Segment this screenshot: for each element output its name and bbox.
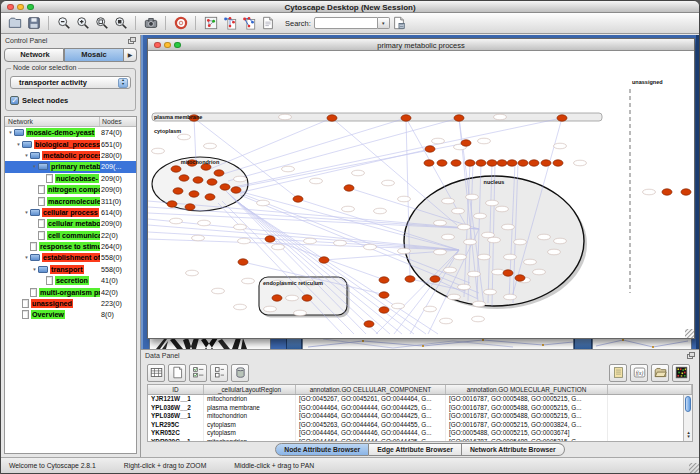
network-node[interactable]	[214, 170, 224, 176]
zoom-in-icon[interactable]	[74, 15, 91, 32]
tree-row-nitrogen-compo[interactable]: nitrogen compo209(0)	[5, 184, 136, 195]
network-node[interactable]	[231, 187, 241, 193]
zoom-fit-icon[interactable]	[93, 15, 110, 32]
network-node[interactable]	[171, 166, 181, 172]
network-node[interactable]	[379, 277, 389, 283]
network-node[interactable]	[364, 321, 374, 327]
tree-row-cell-communicat[interactable]: cell communicat22(0)	[5, 230, 136, 241]
network-node[interactable]	[515, 275, 525, 281]
tab-overflow-arrow[interactable]: ▶	[124, 48, 137, 62]
network-canvas[interactable]: plasma membranecytoplasmmitochondrionnuc…	[148, 51, 694, 338]
tab-network[interactable]: Network	[4, 48, 64, 62]
network-node[interactable]	[518, 160, 528, 166]
float-data-panel-icon[interactable]	[687, 352, 695, 359]
tree-row-response-to-stimulu[interactable]: response to stimulu264(0)	[5, 241, 136, 252]
network-node[interactable]	[465, 160, 475, 166]
table-scrollbar[interactable]: ▲▼	[683, 395, 692, 441]
tree-row-overview[interactable]: Overview8(0)	[5, 309, 136, 320]
network-node[interactable]	[205, 194, 215, 200]
table-column-header[interactable]: _cellularLayoutRegion	[204, 385, 296, 394]
network-node[interactable]	[454, 115, 464, 121]
network-node[interactable]	[430, 276, 440, 282]
scrollbar-arrows[interactable]: ▲▼	[684, 431, 693, 440]
annotation-doc-icon[interactable]	[259, 15, 276, 32]
tree-row-establishment-of-lo[interactable]: ▼establishment of lo558(0)	[5, 252, 136, 263]
network-node[interactable]	[541, 160, 551, 166]
network-view-titlebar[interactable]: primary metabolic process	[148, 39, 694, 51]
disclosure-triangle-icon[interactable]: ▼	[15, 142, 22, 147]
network-node[interactable]	[487, 160, 497, 166]
tree-row-biological-process[interactable]: ▼biological_process651(0)	[5, 138, 136, 149]
help-lifering-icon[interactable]	[172, 15, 189, 32]
tree-row-mosaic-demo-yeast[interactable]: ▼mosaic-demo-yeast874(0)	[5, 127, 136, 138]
disclosure-triangle-icon[interactable]: ▼	[23, 255, 30, 260]
tree-row-nucleobase-[interactable]: nucleobase-209(0)	[5, 173, 136, 184]
network-node[interactable]	[405, 276, 415, 282]
tab-network-attribute-browser[interactable]: Network Attribute Browser	[462, 443, 565, 456]
app-resize-grip[interactable]	[689, 463, 699, 473]
disclosure-triangle-icon[interactable]: ▼	[7, 130, 14, 135]
unselect-attrs-icon[interactable]	[210, 364, 228, 382]
attr-matrix-icon[interactable]	[147, 364, 165, 382]
new-network-edges-icon[interactable]	[240, 15, 257, 32]
table-column-header[interactable]: annotation.GO MOLECULAR_FUNCTION	[446, 385, 608, 394]
network-node[interactable]	[553, 160, 563, 166]
zoom-selected-icon[interactable]	[112, 15, 129, 32]
tab-edge-attribute-browser[interactable]: Edge Attribute Browser	[369, 443, 462, 456]
network-node[interactable]	[193, 177, 203, 183]
network-node[interactable]	[497, 160, 507, 166]
scrollbar-thumb[interactable]	[685, 396, 691, 412]
network-node[interactable]	[557, 115, 567, 121]
network-node[interactable]	[207, 179, 217, 185]
network-node[interactable]	[425, 146, 435, 152]
table-row[interactable]: YKR052Ccytoplasm[GO:0044464, GO:0044446,…	[148, 429, 692, 438]
new-attr-icon[interactable]	[168, 364, 186, 382]
select-nodes-checkbox[interactable]: ✓	[10, 96, 19, 105]
tree-row-macromolecule[interactable]: macromolecule311(0)	[5, 195, 136, 206]
table-row[interactable]: YDR039C__1mitochondrion[GO:0044464, GO:0…	[148, 438, 692, 442]
tree-column-nodes[interactable]: Nodes	[100, 117, 136, 126]
table-row[interactable]: YPL036W__1mitochondrion[GO:0044464, GO:0…	[148, 412, 692, 421]
network-node[interactable]	[327, 115, 337, 121]
zoom-out-icon[interactable]	[55, 15, 72, 32]
table-row[interactable]: YLR295Ccytoplasm[GO:0045263, GO:0044464,…	[148, 421, 692, 430]
function-builder-icon[interactable]: f(x)	[630, 364, 648, 382]
table-column-header[interactable]: ID	[148, 385, 204, 394]
table-column-header[interactable]: annotation.GO CELLULAR_COMPONENT	[296, 385, 446, 394]
disclosure-triangle-icon[interactable]: ▼	[23, 153, 30, 158]
network-node[interactable]	[272, 295, 282, 301]
network-node[interactable]	[173, 188, 183, 194]
graph-window-icon[interactable]	[202, 15, 219, 32]
network-view-window[interactable]: primary metabolic process plasma membran…	[147, 38, 695, 339]
tree-row-unassigned[interactable]: unassigned223(0)	[5, 298, 136, 309]
select-attrs-icon[interactable]	[189, 364, 207, 382]
network-node[interactable]	[437, 160, 447, 166]
network-node[interactable]	[451, 160, 461, 166]
search-index-icon[interactable]	[391, 15, 408, 32]
network-node[interactable]	[529, 160, 539, 166]
node-color-dropdown[interactable]: transporter activity ▲▼	[10, 76, 131, 89]
disclosure-triangle-icon[interactable]: ▼	[23, 210, 30, 215]
save-icon[interactable]	[25, 15, 42, 32]
network-node[interactable]	[401, 115, 411, 121]
import-attrs-icon[interactable]	[651, 364, 669, 382]
network-node[interactable]	[379, 307, 389, 313]
network-node[interactable]	[379, 292, 389, 298]
tree-row-multi-organism-pro[interactable]: multi-organism pro42(0)	[5, 286, 136, 297]
tree-row-primary-metabo[interactable]: ▼primary metabo209(...	[5, 161, 136, 172]
network-node[interactable]	[662, 189, 672, 195]
tree-row-transport[interactable]: ▼transport558(0)	[5, 264, 136, 275]
table-row[interactable]: YJR121W__1mitochondrion[GO:0045267, GO:0…	[148, 395, 692, 404]
delete-attr-icon[interactable]	[231, 364, 249, 382]
network-node[interactable]	[189, 191, 199, 197]
network-node[interactable]	[238, 259, 248, 265]
network-node[interactable]	[179, 175, 189, 181]
snapshot-camera-icon[interactable]	[142, 15, 159, 32]
plasma-membrane-region[interactable]	[152, 113, 602, 121]
network-node[interactable]	[424, 160, 434, 166]
network-node[interactable]	[302, 295, 312, 301]
open-folder-icon[interactable]	[6, 15, 23, 32]
network-node[interactable]	[293, 196, 303, 202]
tree-row-secretion[interactable]: secretion41(0)	[5, 275, 136, 286]
network-node[interactable]	[461, 140, 471, 146]
